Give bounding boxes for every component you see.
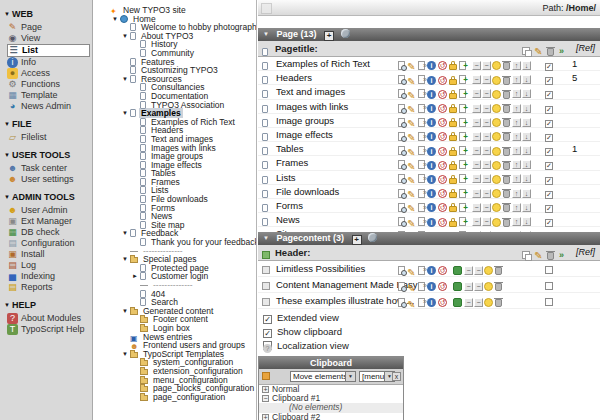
delete-trash-icon[interactable] bbox=[495, 267, 502, 275]
tree-node-icon[interactable] bbox=[130, 66, 136, 74]
select-record-checkbox[interactable] bbox=[545, 77, 553, 85]
history-icon[interactable] bbox=[438, 161, 447, 170]
module-menu-item[interactable]: ▣ Install bbox=[7, 249, 90, 260]
tree-expander-icon[interactable] bbox=[132, 272, 140, 281]
edit-all-icon[interactable] bbox=[534, 46, 542, 57]
move-page-icon[interactable] bbox=[418, 75, 425, 84]
access-lock-icon[interactable] bbox=[449, 178, 457, 184]
tree-node-icon[interactable] bbox=[130, 309, 138, 315]
tree-node-icon[interactable] bbox=[130, 58, 136, 66]
cut-button[interactable]: − bbox=[472, 174, 481, 183]
delete-all-icon[interactable] bbox=[547, 252, 554, 260]
cut-button[interactable]: − bbox=[472, 118, 481, 127]
copy-records-icon[interactable] bbox=[522, 251, 530, 259]
edit-record-icon[interactable] bbox=[407, 297, 416, 307]
delete-trash-icon[interactable] bbox=[503, 119, 510, 127]
tree-node-icon[interactable] bbox=[140, 238, 146, 246]
show-page-icon[interactable] bbox=[398, 104, 405, 113]
tree-node-icon[interactable] bbox=[130, 257, 138, 263]
show-page-icon[interactable] bbox=[398, 132, 405, 141]
module-menu-item[interactable]: ▤ Configuration bbox=[7, 238, 90, 249]
collapse-triangle-icon[interactable]: ▼ bbox=[263, 31, 269, 37]
page-title-cell[interactable]: Image groups bbox=[276, 114, 334, 127]
move-down-button[interactable]: ↓ bbox=[522, 203, 531, 212]
option-checkbox[interactable] bbox=[263, 329, 272, 338]
unhide-icon[interactable] bbox=[453, 298, 462, 307]
copy-button[interactable]: − bbox=[482, 189, 491, 198]
access-lock-icon[interactable] bbox=[449, 135, 457, 141]
copy-button[interactable]: − bbox=[482, 61, 491, 70]
copy-button[interactable]: − bbox=[482, 146, 491, 155]
copy-button[interactable]: − bbox=[474, 282, 483, 291]
tree-node-icon[interactable] bbox=[140, 298, 146, 306]
module-menu-item[interactable]: ◉ View bbox=[7, 33, 90, 44]
localization-globe-icon[interactable] bbox=[341, 29, 350, 38]
new-record-icon[interactable] bbox=[459, 189, 466, 198]
collapse-triangle-icon[interactable]: ▼ bbox=[4, 302, 10, 308]
module-menu-item[interactable]: ⚙ Functions bbox=[7, 79, 90, 90]
content-header-cell[interactable]: These examples illustrate how ... bbox=[276, 293, 414, 308]
delete-trash-icon[interactable] bbox=[503, 133, 510, 141]
tree-row[interactable]: Frames bbox=[101, 178, 256, 187]
delete-trash-icon[interactable] bbox=[495, 299, 502, 307]
hide-lightbulb-icon[interactable] bbox=[484, 282, 493, 291]
tree-node-icon[interactable] bbox=[140, 395, 148, 401]
show-page-icon[interactable] bbox=[398, 282, 405, 291]
module-menu-item[interactable]: ✎ Page bbox=[7, 22, 90, 33]
move-up-button[interactable]: ↑ bbox=[512, 160, 521, 169]
move-down-button[interactable]: ↓ bbox=[522, 75, 531, 84]
info-icon[interactable] bbox=[427, 90, 436, 99]
ref-count[interactable]: 1 bbox=[572, 57, 577, 70]
page-title-cell[interactable]: Forms bbox=[276, 199, 303, 212]
hide-lightbulb-icon[interactable] bbox=[492, 90, 501, 99]
tree-node-icon[interactable] bbox=[140, 83, 146, 91]
tree-node-icon[interactable] bbox=[140, 386, 148, 392]
history-icon[interactable] bbox=[438, 118, 447, 127]
move-up-button[interactable]: ↑ bbox=[512, 203, 521, 212]
select-record-checkbox[interactable] bbox=[545, 91, 553, 99]
select-record-checkbox[interactable] bbox=[545, 219, 553, 227]
select-record-checkbox[interactable] bbox=[545, 162, 553, 170]
edit-record-icon[interactable] bbox=[407, 160, 416, 170]
cut-button[interactable]: − bbox=[472, 61, 481, 70]
new-record-icon[interactable] bbox=[459, 146, 466, 155]
tree-row[interactable]: Image effects bbox=[101, 161, 256, 170]
access-lock-icon[interactable] bbox=[449, 206, 457, 212]
tree-node-icon[interactable] bbox=[140, 221, 146, 229]
tree-node-icon[interactable] bbox=[120, 15, 128, 23]
copy-button[interactable]: − bbox=[474, 266, 483, 275]
tree-row[interactable]: Forms bbox=[101, 204, 256, 213]
move-up-button[interactable]: ↑ bbox=[512, 104, 521, 113]
edit-record-icon[interactable] bbox=[407, 89, 416, 99]
hide-lightbulb-icon[interactable] bbox=[492, 203, 501, 212]
move-page-icon[interactable] bbox=[418, 118, 425, 127]
show-page-icon[interactable] bbox=[398, 160, 405, 169]
expand-plus-icon[interactable]: + bbox=[352, 235, 362, 245]
access-lock-icon[interactable] bbox=[449, 64, 457, 70]
edit-record-icon[interactable] bbox=[407, 103, 416, 113]
tree-node-icon[interactable] bbox=[140, 290, 146, 298]
content-header-cell[interactable]: Limitless Possibilities bbox=[276, 261, 365, 276]
info-icon[interactable] bbox=[427, 132, 436, 141]
move-down-button[interactable]: ↓ bbox=[522, 160, 531, 169]
module-menu-item[interactable]: ▅ Indexing bbox=[7, 271, 90, 282]
info-icon[interactable] bbox=[427, 61, 436, 70]
move-up-button[interactable]: ↑ bbox=[512, 118, 521, 127]
tree-expander-icon[interactable] bbox=[122, 307, 130, 316]
move-page-icon[interactable] bbox=[418, 89, 425, 98]
info-icon[interactable] bbox=[427, 298, 436, 307]
hide-lightbulb-icon[interactable] bbox=[492, 61, 501, 70]
module-menu-item[interactable]: ☻ User Admin bbox=[7, 205, 90, 216]
history-icon[interactable] bbox=[438, 266, 447, 275]
move-page-icon[interactable] bbox=[418, 132, 425, 141]
module-menu-item[interactable]: ▣ Ext Manager bbox=[7, 216, 90, 227]
select-record-checkbox[interactable] bbox=[545, 148, 553, 156]
select-record-checkbox[interactable] bbox=[545, 177, 553, 185]
show-page-icon[interactable] bbox=[398, 217, 405, 226]
copy-button[interactable]: − bbox=[482, 160, 491, 169]
edit-record-icon[interactable] bbox=[407, 281, 416, 291]
delete-trash-icon[interactable] bbox=[503, 148, 510, 156]
tree-node-icon[interactable] bbox=[140, 186, 146, 194]
info-icon[interactable] bbox=[427, 76, 436, 85]
context-help-icon[interactable]: ? bbox=[263, 344, 272, 353]
